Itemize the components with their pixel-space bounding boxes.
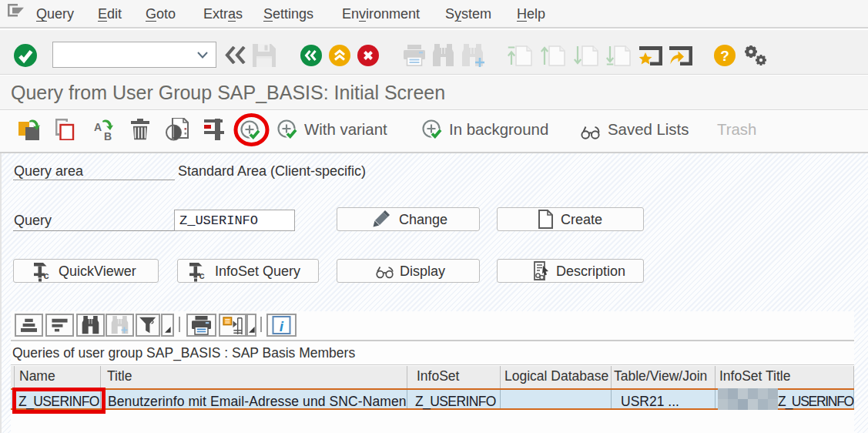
svg-text:B: B <box>104 130 112 140</box>
svg-text:i: i <box>280 318 284 334</box>
svg-text:c: c <box>199 270 205 281</box>
svg-text:A: A <box>94 121 102 133</box>
svg-text:?: ? <box>720 48 729 64</box>
svg-text:c: c <box>44 270 49 281</box>
